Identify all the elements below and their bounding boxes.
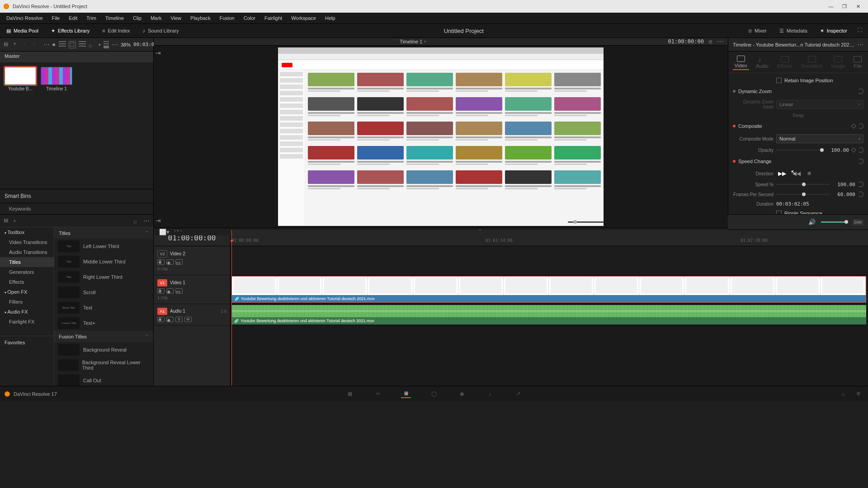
direction-freeze-button[interactable]: ❄ bbox=[805, 169, 813, 178]
fusion-title-callout[interactable]: Call Out bbox=[54, 373, 153, 386]
reset-icon[interactable] bbox=[858, 89, 863, 94]
titles-category[interactable]: Titles bbox=[54, 227, 153, 239]
keyframe-icon[interactable] bbox=[851, 123, 856, 128]
viewer-options-icon[interactable] bbox=[717, 38, 723, 45]
dz-ease-dropdown[interactable]: Linear bbox=[776, 100, 863, 109]
thumb-view-icon[interactable] bbox=[69, 41, 76, 48]
title-middle-lower-third[interactable]: TitleMiddle Lower Third bbox=[54, 254, 153, 269]
swap-button[interactable]: Swap bbox=[793, 113, 804, 118]
search-icon[interactable] bbox=[89, 41, 96, 48]
disable-track-icon[interactable]: ▭ bbox=[175, 259, 183, 265]
track-header-v2[interactable]: V2Video 2 ◈▭ 0 Clip bbox=[154, 246, 230, 275]
viewer-timecode[interactable]: 01:00:00:00 bbox=[668, 38, 704, 45]
speed-change-toggle[interactable] bbox=[733, 160, 736, 163]
chevron-down-icon[interactable]: ▾ bbox=[14, 219, 16, 223]
menu-color[interactable]: Color bbox=[239, 14, 260, 23]
expand-icon[interactable]: ⛶ bbox=[857, 27, 864, 34]
deliver-page-icon[interactable]: ↗ bbox=[513, 390, 523, 398]
menu-mark[interactable]: Mark bbox=[146, 14, 166, 23]
audio-clip[interactable]: Youtube Bewertung deaktivieren und aktiv… bbox=[231, 305, 866, 324]
nav-audio-transitions[interactable]: Audio Transitions bbox=[0, 247, 54, 257]
track-badge-v2[interactable]: V2 bbox=[157, 250, 167, 258]
cut-page-icon[interactable]: ✂ bbox=[373, 390, 383, 398]
dynamic-zoom-toggle[interactable] bbox=[733, 90, 736, 93]
title-scroll[interactable]: Scroll bbox=[54, 285, 153, 300]
fusion-title-bg-reveal-lt[interactable]: Background Reveal Lower Third bbox=[54, 357, 153, 373]
dim-button[interactable]: DIM bbox=[853, 219, 864, 225]
tab-inspector[interactable]: ✶Inspector bbox=[817, 26, 850, 36]
inspector-tab-video[interactable]: Video bbox=[733, 55, 749, 70]
home-icon[interactable]: ⌂ bbox=[838, 390, 848, 398]
arm-record-icon[interactable]: ◈ bbox=[166, 317, 174, 322]
match-frame-icon[interactable]: ⇥ bbox=[156, 49, 161, 56]
chevron-down-icon[interactable]: ▾ bbox=[99, 42, 101, 47]
menu-fusion[interactable]: Fusion bbox=[215, 14, 239, 23]
track-badge-a1[interactable]: A1 bbox=[157, 308, 167, 315]
nav-filters[interactable]: Filters bbox=[0, 297, 54, 307]
composite-mode-dropdown[interactable]: Normal bbox=[776, 134, 863, 143]
edit-page-icon[interactable]: ⊞ bbox=[401, 390, 411, 398]
tab-edit-index[interactable]: ≡Edit Index bbox=[99, 26, 132, 35]
auto-select-icon[interactable]: ◈ bbox=[166, 288, 174, 294]
fairlight-page-icon[interactable]: ♪ bbox=[485, 390, 495, 398]
tab-effects-library[interactable]: ✦Effects Library bbox=[48, 26, 92, 36]
mute-track-icon[interactable]: M bbox=[184, 317, 192, 322]
inspector-tab-image[interactable]: Image bbox=[830, 55, 847, 70]
chevron-down-icon[interactable]: ▾ bbox=[14, 41, 21, 48]
menu-fairlight[interactable]: Fairlight bbox=[260, 14, 287, 23]
media-page-icon[interactable]: ▦ bbox=[345, 390, 355, 398]
menu-edit[interactable]: Edit bbox=[64, 14, 82, 23]
menu-workspace[interactable]: Workspace bbox=[287, 14, 321, 23]
fps-value[interactable]: 60.000 bbox=[833, 192, 855, 197]
reset-icon[interactable] bbox=[858, 182, 863, 187]
more-menu-icon[interactable] bbox=[43, 41, 50, 48]
solo-icon[interactable]: S bbox=[175, 317, 183, 322]
menu-playback[interactable]: Playback bbox=[186, 14, 215, 23]
favorites-header[interactable]: Favorites bbox=[0, 336, 54, 349]
maximize-button[interactable]: ❐ bbox=[838, 1, 851, 11]
track-lane-a1[interactable]: Youtube Bewertung deaktivieren und aktiv… bbox=[231, 304, 868, 326]
menu-timeline[interactable]: Timeline bbox=[101, 14, 128, 23]
volume-slider[interactable] bbox=[821, 221, 848, 223]
inspector-options-icon[interactable] bbox=[857, 41, 863, 48]
reset-icon[interactable] bbox=[858, 159, 863, 164]
nav-video-transitions[interactable]: Video Transitions bbox=[0, 237, 54, 247]
speed-slider[interactable] bbox=[776, 181, 830, 188]
nav-audiofx[interactable]: Audio FX bbox=[0, 307, 54, 317]
clip-thumb-youtube[interactable]: Youtube B... bbox=[5, 67, 36, 91]
tab-mixer[interactable]: ⎚Mixer bbox=[746, 26, 769, 35]
color-page-icon[interactable]: ◉ bbox=[457, 390, 467, 398]
title-text[interactable]: Basic TitleText bbox=[54, 300, 153, 315]
inspector-tab-audio[interactable]: Audio bbox=[754, 55, 770, 70]
nav-generators[interactable]: Generators bbox=[0, 267, 54, 277]
retain-pos-checkbox[interactable] bbox=[776, 78, 782, 83]
tab-metadata[interactable]: ☰Metadata bbox=[777, 26, 810, 36]
zoom-slider[interactable] bbox=[568, 221, 604, 223]
opacity-value[interactable]: 100.00 bbox=[826, 147, 849, 153]
lock-track-icon[interactable] bbox=[157, 317, 165, 322]
lock-track-icon[interactable] bbox=[157, 288, 165, 294]
viewer-output[interactable] bbox=[278, 47, 604, 226]
effects-options-icon[interactable] bbox=[143, 217, 150, 225]
mute-icon[interactable]: 🔊 bbox=[807, 218, 816, 226]
transform-dropdown-icon[interactable]: ⬜▾ bbox=[158, 228, 170, 236]
nav-toolbox[interactable]: Toolbox bbox=[0, 227, 54, 237]
track-lane-v2[interactable] bbox=[231, 246, 868, 275]
reset-icon[interactable] bbox=[858, 147, 863, 153]
menu-help[interactable]: Help bbox=[321, 14, 340, 23]
bin-view-icon[interactable]: ▤ bbox=[4, 41, 11, 48]
search-icon[interactable] bbox=[133, 217, 141, 225]
auto-select-icon[interactable]: ◈ bbox=[166, 259, 174, 265]
nav-fairlight-fx[interactable]: Fairlight FX bbox=[0, 317, 54, 327]
sort-icon[interactable] bbox=[104, 41, 109, 48]
timeline-tracks[interactable]: 01:00:00:00 01:01:14:00 01:02:28:00 Yout… bbox=[231, 230, 868, 386]
nav-openfx[interactable]: Open FX bbox=[0, 287, 54, 297]
title-left-lower-third[interactable]: TitleLeft Lower Third bbox=[54, 239, 153, 254]
fps-slider[interactable] bbox=[776, 191, 830, 197]
close-button[interactable]: ✕ bbox=[852, 1, 864, 11]
smart-bin-keywords[interactable]: Keywords bbox=[0, 203, 153, 214]
list-view-icon[interactable] bbox=[59, 41, 66, 48]
effects-view-icon[interactable]: ▤ bbox=[4, 217, 11, 225]
reset-icon[interactable] bbox=[858, 192, 863, 197]
opacity-slider[interactable] bbox=[776, 147, 824, 153]
